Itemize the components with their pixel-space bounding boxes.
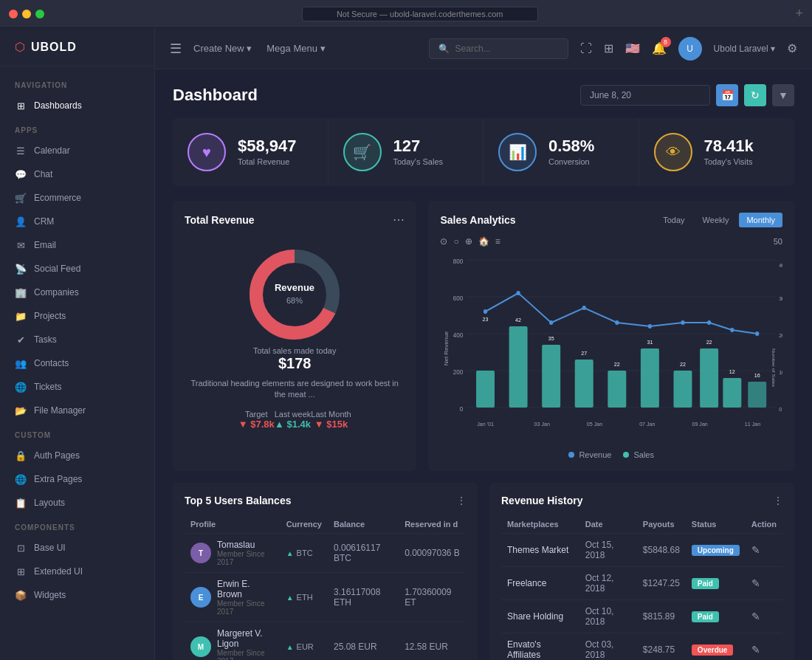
sidebar-item-file-manager[interactable]: 📂 File Manager — [0, 399, 154, 422]
svg-rect-23 — [701, 348, 719, 408]
sidebar-item-dashboards[interactable]: ⊞ Dashboards — [0, 94, 154, 117]
language-flag[interactable]: 🇺🇸 — [625, 41, 640, 55]
avatar[interactable]: U — [678, 37, 702, 61]
sales-analytics-title: Sales Analytics — [440, 214, 515, 226]
close-dot[interactable] — [9, 10, 18, 18]
date-input[interactable] — [580, 85, 710, 106]
svg-text:40: 40 — [780, 262, 782, 269]
user-name-label[interactable]: Ubold Laravel ▾ — [714, 44, 775, 54]
col-currency: Currency — [281, 515, 328, 534]
top-users-menu[interactable]: ⋮ — [457, 495, 466, 506]
maximize-dot[interactable] — [35, 10, 44, 18]
sidebar-item-chat[interactable]: 💬 Chat — [0, 162, 154, 186]
sidebar-item-auth-pages[interactable]: 🔒 Auth Pages — [0, 444, 154, 467]
settings-icon[interactable]: ⚙ — [787, 41, 797, 55]
sidebar-item-extended-ui[interactable]: ⊞ Extended UI — [0, 560, 154, 583]
tab-weekly[interactable]: Weekly — [695, 213, 737, 227]
toolbar-icon-1[interactable]: ⊙ — [440, 236, 447, 247]
user-cell-1: E Erwin E. Brown Member Since 2017 — [190, 579, 275, 616]
toolbar-icon-5[interactable]: ≡ — [495, 236, 500, 247]
payouts-2: $815.89 — [637, 600, 686, 633]
sidebar-item-calendar[interactable]: ☰ Calendar — [0, 139, 154, 162]
fullscreen-icon[interactable]: ⛶ — [580, 42, 592, 55]
sidebar-item-crm[interactable]: 👤 CRM — [0, 210, 154, 233]
balance-0: 0.00616117 BTC — [328, 534, 399, 573]
reserved-0: 0.00097036 B — [399, 534, 466, 573]
sidebar-item-social-feed[interactable]: 📡 Social Feed — [0, 257, 154, 281]
sidebar-item-tasks[interactable]: ✔ Tasks — [0, 328, 154, 351]
sales-chart-svg: 0 200 400 600 800 Net Revenue — [440, 252, 782, 444]
col-profile: Profile — [185, 515, 281, 534]
date-1: Oct 12, 2018 — [579, 567, 637, 600]
stat-info-visits: 78.41k Today's Visits — [704, 138, 754, 166]
edit-2[interactable]: ✎ — [751, 611, 760, 622]
sidebar-item-tickets[interactable]: 🌐 Tickets — [0, 375, 154, 399]
bottom-row: Top 5 Users Balances ⋮ Profile Currency … — [173, 483, 794, 660]
toolbar-icon-4[interactable]: 🏠 — [478, 236, 489, 247]
sidebar-item-companies[interactable]: 🏢 Companies — [0, 281, 154, 304]
toolbar-icon-2[interactable]: ○ — [453, 236, 458, 247]
projects-label: Projects — [34, 311, 66, 321]
svg-text:42: 42 — [516, 317, 522, 324]
create-new-menu[interactable]: Create New ▾ — [193, 43, 252, 54]
new-tab-button[interactable]: + — [795, 6, 803, 21]
calendar-button[interactable]: 📅 — [716, 84, 738, 106]
reserved-1: 1.70360009 ET — [399, 573, 466, 622]
tab-monthly[interactable]: Monthly — [739, 213, 782, 227]
table-row: Themes Market Oct 15, 2018 $5848.68 Upco… — [501, 534, 782, 567]
stats-row: ♥ $58,947 Total Revenue 🛒 127 Today's Sa… — [173, 118, 794, 186]
curr-icon-1: ▲ — [286, 594, 294, 602]
page-header: Dashboard 📅 ↻ ▼ — [155, 69, 812, 118]
url-bar-container: Not Secure — ubold-laravel.coderthemes.c… — [50, 7, 789, 21]
sidebar-item-layouts[interactable]: 📋 Layouts — [0, 491, 154, 515]
sidebar-item-extra-pages[interactable]: 🌐 Extra Pages — [0, 467, 154, 491]
col-payouts: Payouts — [637, 515, 686, 534]
sales-analytics-card: Sales Analytics Today Weekly Monthly ⊙ ○… — [428, 201, 794, 471]
svg-text:600: 600 — [453, 295, 464, 303]
sidebar: ⬡ UBOLD NAVIGATION ⊞ Dashboards APPS ☰ C… — [0, 28, 155, 660]
edit-0[interactable]: ✎ — [751, 544, 760, 556]
legend-revenue: Revenue — [568, 450, 611, 459]
refresh-button[interactable]: ↻ — [744, 84, 766, 106]
legend-revenue-label: Revenue — [579, 450, 611, 459]
extended-ui-label: Extended UI — [34, 566, 83, 577]
edit-1[interactable]: ✎ — [751, 577, 760, 589]
total-revenue-menu[interactable]: ⋯ — [393, 213, 405, 227]
crm-label: CRM — [34, 216, 54, 227]
date-filter: 📅 ↻ ▼ — [580, 84, 794, 106]
user-info-2: Margeret V. Ligon Member Since 2017 — [217, 628, 275, 660]
svg-text:09 Jan: 09 Jan — [692, 421, 708, 428]
toolbar-icon-3[interactable]: ⊕ — [465, 236, 472, 247]
logo-text: UBOLD — [31, 41, 77, 54]
mega-menu[interactable]: Mega Menu ▾ — [266, 43, 325, 54]
search-input[interactable] — [455, 44, 559, 54]
layouts-label: Layouts — [34, 498, 65, 508]
visits-label: Today's Visits — [704, 157, 754, 166]
sidebar-item-base-ui[interactable]: ⊡ Base UI — [0, 536, 154, 560]
revenue-history-title: Revenue History — [501, 495, 582, 506]
hamburger-button[interactable]: ☰ — [170, 41, 182, 57]
sidebar-item-ecommerce[interactable]: 🛒 Ecommerce — [0, 186, 154, 210]
svg-text:22: 22 — [680, 361, 686, 368]
sidebar-item-email[interactable]: ✉ Email — [0, 233, 154, 257]
lastweek-metric: Last week ▲ $1.4k — [275, 410, 312, 430]
sidebar-item-contacts[interactable]: 👥 Contacts — [0, 351, 154, 375]
filter-button[interactable]: ▼ — [772, 84, 794, 106]
tab-today[interactable]: Today — [656, 213, 692, 227]
top-users-card: Top 5 Users Balances ⋮ Profile Currency … — [173, 483, 478, 660]
minimize-dot[interactable] — [22, 10, 31, 18]
svg-rect-25 — [749, 382, 767, 408]
stat-card-visits: 👁 78.41k Today's Visits — [639, 118, 795, 186]
revenue-history-menu[interactable]: ⋮ — [774, 495, 782, 506]
notifications-icon[interactable]: 🔔 8 — [652, 41, 667, 55]
grid-icon[interactable]: ⊞ — [604, 41, 613, 55]
col-date: Date — [579, 515, 637, 534]
top-navbar: ☰ Create New ▾ Mega Menu ▾ 🔍 ⛶ ⊞ 🇺🇸 🔔 — [155, 28, 812, 69]
sidebar-item-projects[interactable]: 📁 Projects — [0, 304, 154, 328]
sidebar-item-widgets[interactable]: 📦 Widgets — [0, 583, 154, 607]
edit-3[interactable]: ✎ — [751, 644, 760, 656]
search-bar[interactable]: 🔍 — [429, 38, 568, 59]
table-row: Freelance Oct 12, 2018 $1247.25 Paid ✎ — [501, 567, 782, 600]
ecommerce-label: Ecommerce — [34, 193, 81, 203]
marketplace-0: Themes Market — [501, 534, 579, 567]
